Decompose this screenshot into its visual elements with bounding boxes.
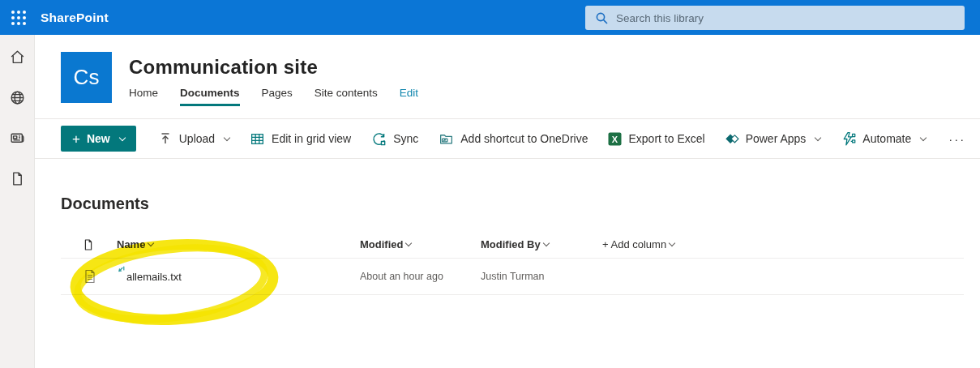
- site-nav: Home Documents Pages Site contents Edit: [129, 87, 418, 106]
- nav-home[interactable]: Home: [129, 87, 158, 104]
- sync-button[interactable]: Sync: [371, 131, 418, 147]
- command-bar: + New Upload Edit in grid v: [35, 119, 980, 159]
- app-launcher-waffle-icon[interactable]: [5, 4, 32, 32]
- upload-icon: [158, 131, 173, 146]
- table-header-row: Name Modified Modified By: [61, 231, 964, 259]
- new-item-badge-icon: [117, 265, 126, 274]
- main-content: Cs Communication site Home Documents Pag…: [35, 35, 980, 368]
- new-button-label: New: [87, 132, 110, 145]
- nav-documents[interactable]: Documents: [180, 87, 240, 106]
- modified-by-cell[interactable]: Justin Turman: [481, 271, 602, 282]
- chevron-down-icon: [815, 134, 821, 140]
- site-title: Communication site: [129, 56, 418, 79]
- search-icon: [595, 11, 609, 25]
- sync-icon: [371, 131, 387, 147]
- more-commands-button[interactable]: ···: [948, 132, 965, 146]
- export-excel-label: Export to Excel: [628, 132, 704, 145]
- upload-button[interactable]: Upload: [158, 131, 229, 146]
- nav-edit[interactable]: Edit: [400, 87, 418, 104]
- plus-icon: +: [72, 132, 80, 146]
- column-header-modified-by[interactable]: Modified By: [481, 238, 549, 250]
- site-logo[interactable]: Cs: [61, 52, 112, 103]
- edit-grid-view-button[interactable]: Edit in grid view: [250, 131, 351, 147]
- edit-grid-view-label: Edit in grid view: [272, 132, 351, 145]
- home-icon[interactable]: [8, 48, 26, 66]
- text-file-icon: [82, 268, 98, 285]
- globe-icon[interactable]: [8, 88, 26, 106]
- excel-icon: X: [608, 132, 622, 146]
- brand-title[interactable]: SharePoint: [41, 11, 109, 25]
- add-shortcut-label: Add shortcut to OneDrive: [460, 132, 588, 145]
- site-header: Cs Communication site Home Documents Pag…: [35, 35, 980, 119]
- document-icon[interactable]: [8, 169, 26, 187]
- chevron-down-icon: [920, 134, 927, 140]
- automate-button[interactable]: Automate: [841, 131, 926, 147]
- chevron-down-icon: [148, 240, 154, 246]
- new-button[interactable]: + New: [61, 126, 136, 152]
- grid-icon: [250, 131, 265, 147]
- news-icon[interactable]: [8, 129, 26, 147]
- search-input[interactable]: [585, 6, 965, 30]
- power-apps-button[interactable]: Power Apps: [725, 132, 821, 145]
- add-shortcut-onedrive-button[interactable]: Add shortcut to OneDrive: [439, 131, 588, 147]
- power-apps-label: Power Apps: [746, 132, 807, 145]
- chevron-down-icon: [669, 240, 675, 246]
- chevron-down-icon: [224, 134, 230, 140]
- file-name-link[interactable]: allemails.txt: [117, 271, 182, 283]
- sharepoint-page: SharePoint: [0, 0, 980, 368]
- documents-table: Name Modified Modified By: [61, 231, 964, 295]
- folder-shortcut-icon: [439, 131, 454, 147]
- add-column-button[interactable]: + Add column: [602, 238, 674, 250]
- upload-label: Upload: [179, 132, 215, 145]
- file-type-column-icon[interactable]: [82, 238, 95, 251]
- chevron-down-icon: [405, 240, 412, 246]
- waffle-icon: [11, 10, 27, 26]
- nav-site-contents[interactable]: Site contents: [315, 87, 378, 104]
- automate-label: Automate: [862, 132, 911, 145]
- left-rail: [0, 35, 35, 368]
- chevron-down-icon: [542, 240, 549, 246]
- chevron-down-icon: [118, 135, 125, 141]
- export-to-excel-button[interactable]: X Export to Excel: [608, 132, 704, 146]
- library-heading: Documents: [61, 195, 980, 213]
- power-apps-icon: [725, 133, 739, 145]
- search-box: [585, 6, 965, 30]
- nav-pages[interactable]: Pages: [262, 87, 293, 104]
- automate-flow-icon: [841, 131, 856, 147]
- sync-label: Sync: [393, 132, 418, 145]
- column-header-name[interactable]: Name: [117, 238, 153, 250]
- svg-text:X: X: [612, 134, 618, 143]
- modified-cell[interactable]: About an hour ago: [360, 271, 481, 282]
- table-row[interactable]: allemails.txt About an hour ago Justin T…: [61, 259, 964, 295]
- column-header-modified[interactable]: Modified: [360, 238, 411, 250]
- suite-bar: SharePoint: [0, 0, 980, 35]
